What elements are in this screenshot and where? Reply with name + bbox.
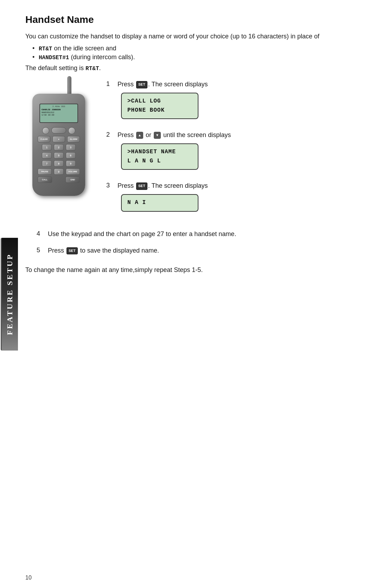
key-3: 3 <box>66 144 76 150</box>
key-4: 4 <box>42 152 52 159</box>
step-1-number: 1 <box>106 80 113 88</box>
key-1: 1 <box>42 144 52 150</box>
step-3: 3 Press SET. The screen displays N A I <box>106 181 366 217</box>
bullet-2-text: (during intercom calls). <box>71 54 135 61</box>
step-2-text: Press ▲ or ▼ until the screen displays <box>118 130 366 140</box>
step-5-text: Press SET to save the displayed name. <box>48 246 159 255</box>
step-1-lcd-line1: >CALL LOG <box>127 97 192 106</box>
bullet-2-mono: HANDSET#1 <box>39 55 69 61</box>
phone-keypad: CLEAR ● ALARM 1 2 3 4 5 <box>38 127 80 185</box>
key-8: 8 <box>54 160 64 167</box>
page-title: Handset Name <box>25 14 366 25</box>
step-1-set-icon: SET <box>136 81 147 88</box>
phone-screen-line2: 9085551212 <box>42 111 76 114</box>
step-2-lcd-line1: >HANDSET NAME <box>127 148 192 157</box>
step-2-number: 2 <box>106 130 113 138</box>
step-4: 4 Use the keypad and the chart on page 2… <box>37 229 366 242</box>
key-7: 7 <box>42 160 52 167</box>
default-value: RT&T <box>86 66 99 72</box>
bullet-item-2: HANDSET#1 (during intercom calls). <box>32 54 366 61</box>
alarm-key: ALARM <box>67 136 80 142</box>
step-1: 1 Press SET. The screen displays >CALL L… <box>106 80 366 124</box>
step-5-press: Press <box>48 247 66 254</box>
phone-screen-line1: CHARLIE JOHNSON <box>42 109 76 111</box>
step-3-number: 3 <box>106 181 113 189</box>
phone-body: 2.4GHz DSS CHARLIE JOHNSON 9085551212 1/… <box>32 94 85 196</box>
step-2-lcd-line2: L A N G L <box>127 157 192 166</box>
main-content: Handset Name You can customize the hands… <box>25 14 366 574</box>
step-3-text: Press SET. The screen displays <box>118 181 366 191</box>
default-line: The default setting is RT&T. <box>25 64 366 72</box>
steps-4-5: 4 Use the keypad and the chart on page 2… <box>37 229 366 259</box>
center-key <box>51 127 66 134</box>
step-2-lcd: >HANDSET NAME L A N G L <box>121 143 198 170</box>
default-period: . <box>99 64 101 72</box>
bullet-list: RT&T on the idle screen and HANDSET#1 (d… <box>32 45 366 61</box>
step-1-content: Press SET. The screen displays >CALL LOG… <box>118 80 366 124</box>
step-2: 2 Press ▲ or ▼ until the screen displays… <box>106 130 366 175</box>
bottom-row: CALL END <box>38 177 80 183</box>
step-1-lcd: >CALL LOG PHONE BOOK <box>121 93 198 119</box>
step-3-press: Press <box>118 182 135 189</box>
num-row-1: 1 2 3 <box>38 144 80 150</box>
step-3-lcd-line1: N A I <box>127 198 192 208</box>
step-3-after: . The screen displays <box>148 182 208 189</box>
step-3-lcd: N A I <box>121 194 198 212</box>
nav-down-key <box>68 127 75 134</box>
key-call: CALL <box>38 177 52 183</box>
phone-screen-line3: 1/10 10:30 <box>42 114 76 117</box>
page-number: 10 <box>25 575 32 581</box>
step-2-or: or <box>146 131 153 138</box>
content-layout: 2.4GHz DSS CHARLIE JOHNSON 9085551212 1/… <box>25 80 366 223</box>
bullet-item-1: RT&T on the idle screen and <box>32 45 366 52</box>
key-volume: VOLUME <box>66 168 80 175</box>
step-3-set-icon: SET <box>136 182 147 190</box>
key-2: 2 <box>54 144 64 150</box>
step-1-text: Press SET. The screen displays <box>118 80 366 89</box>
num-row-3: 7 8 9 <box>38 160 80 167</box>
num-row-2: 4 5 6 <box>38 152 80 159</box>
step-4-number: 4 <box>37 229 44 242</box>
step-2-until: until the screen displays <box>163 131 231 138</box>
key-5: 5 <box>54 152 64 159</box>
step-5: 5 Press SET to save the displayed name. <box>37 246 366 259</box>
step-4-text: Use the keypad and the chart on page 27 … <box>48 229 236 239</box>
steps-column: 1 Press SET. The screen displays >CALL L… <box>106 80 366 223</box>
intro-paragraph: You can customize the handset to display… <box>25 32 366 41</box>
phone-brand: 2.4GHz DSS <box>42 105 76 108</box>
clear-key: CLEAR <box>38 136 50 142</box>
sidebar: FEATURE SETUP <box>0 0 18 588</box>
step-1-after: . The screen displays <box>148 81 208 88</box>
step-2-press: Press <box>118 131 135 138</box>
nav-up-key <box>42 127 49 134</box>
nav-up-icon: ▲ <box>136 132 143 139</box>
default-text: The default setting is <box>25 64 86 72</box>
key-0: 0 <box>54 168 63 175</box>
key-9: 9 <box>66 160 76 167</box>
step-5-number: 5 <box>37 246 44 259</box>
clear-row: CLEAR ● ALARM <box>38 136 80 142</box>
num-row-4: PAUSE 0 VOLUME <box>38 168 80 175</box>
phone-column: 2.4GHz DSS CHARLIE JOHNSON 9085551212 1/… <box>25 80 96 203</box>
closing-paragraph: To change the name again at any time,sim… <box>25 265 366 275</box>
step-1-press: Press <box>118 81 135 88</box>
sidebar-label: FEATURE SETUP <box>1 238 18 351</box>
key-pause: PAUSE <box>38 168 52 175</box>
key-spacer <box>54 177 64 183</box>
nav-row <box>38 127 80 134</box>
phone-image: 2.4GHz DSS CHARLIE JOHNSON 9085551212 1/… <box>25 83 92 203</box>
step-3-content: Press SET. The screen displays N A I <box>118 181 366 217</box>
phone-screen: 2.4GHz DSS CHARLIE JOHNSON 9085551212 1/… <box>39 104 78 123</box>
mic-key: ● <box>52 136 65 142</box>
bullet-1-mono: RT&T <box>39 46 52 52</box>
step-5-set-icon: SET <box>66 247 78 255</box>
bullet-1-text: on the idle screen and <box>54 45 116 52</box>
key-end: END <box>65 177 80 183</box>
key-6: 6 <box>66 152 76 159</box>
nav-down-icon: ▼ <box>154 132 161 139</box>
step-5-after: to save the displayed name. <box>78 247 159 254</box>
step-1-lcd-line2: PHONE BOOK <box>127 106 192 115</box>
step-2-content: Press ▲ or ▼ until the screen displays >… <box>118 130 366 175</box>
phone-antenna <box>67 76 71 95</box>
